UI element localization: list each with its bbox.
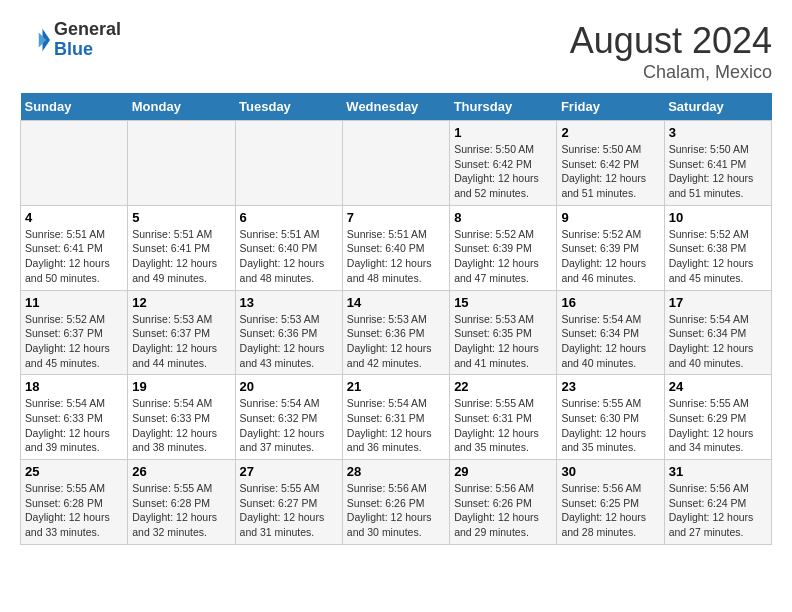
calendar-cell: 21Sunrise: 5:54 AM Sunset: 6:31 PM Dayli… [342, 375, 449, 460]
day-number: 9 [561, 210, 659, 225]
calendar-cell: 12Sunrise: 5:53 AM Sunset: 6:37 PM Dayli… [128, 290, 235, 375]
calendar-cell: 18Sunrise: 5:54 AM Sunset: 6:33 PM Dayli… [21, 375, 128, 460]
calendar-cell: 13Sunrise: 5:53 AM Sunset: 6:36 PM Dayli… [235, 290, 342, 375]
calendar-cell [235, 121, 342, 206]
day-number: 3 [669, 125, 767, 140]
calendar-cell: 17Sunrise: 5:54 AM Sunset: 6:34 PM Dayli… [664, 290, 771, 375]
logo-icon [20, 25, 50, 55]
day-info: Sunrise: 5:53 AM Sunset: 6:36 PM Dayligh… [347, 312, 445, 371]
day-number: 28 [347, 464, 445, 479]
day-info: Sunrise: 5:52 AM Sunset: 6:39 PM Dayligh… [561, 227, 659, 286]
day-number: 8 [454, 210, 552, 225]
day-number: 25 [25, 464, 123, 479]
day-number: 21 [347, 379, 445, 394]
day-info: Sunrise: 5:54 AM Sunset: 6:33 PM Dayligh… [25, 396, 123, 455]
day-info: Sunrise: 5:55 AM Sunset: 6:31 PM Dayligh… [454, 396, 552, 455]
weekday-header-wednesday: Wednesday [342, 93, 449, 121]
calendar-cell: 11Sunrise: 5:52 AM Sunset: 6:37 PM Dayli… [21, 290, 128, 375]
calendar-week-row: 1Sunrise: 5:50 AM Sunset: 6:42 PM Daylig… [21, 121, 772, 206]
calendar-cell: 24Sunrise: 5:55 AM Sunset: 6:29 PM Dayli… [664, 375, 771, 460]
day-info: Sunrise: 5:54 AM Sunset: 6:31 PM Dayligh… [347, 396, 445, 455]
day-number: 5 [132, 210, 230, 225]
calendar-cell: 22Sunrise: 5:55 AM Sunset: 6:31 PM Dayli… [450, 375, 557, 460]
calendar-subtitle: Chalam, Mexico [570, 62, 772, 83]
title-block: August 2024 Chalam, Mexico [570, 20, 772, 83]
day-info: Sunrise: 5:54 AM Sunset: 6:32 PM Dayligh… [240, 396, 338, 455]
day-number: 22 [454, 379, 552, 394]
day-number: 20 [240, 379, 338, 394]
day-info: Sunrise: 5:54 AM Sunset: 6:34 PM Dayligh… [561, 312, 659, 371]
day-number: 27 [240, 464, 338, 479]
day-info: Sunrise: 5:52 AM Sunset: 6:39 PM Dayligh… [454, 227, 552, 286]
calendar-cell: 19Sunrise: 5:54 AM Sunset: 6:33 PM Dayli… [128, 375, 235, 460]
day-number: 16 [561, 295, 659, 310]
calendar-cell: 7Sunrise: 5:51 AM Sunset: 6:40 PM Daylig… [342, 205, 449, 290]
page-header: General Blue August 2024 Chalam, Mexico [20, 20, 772, 83]
day-info: Sunrise: 5:56 AM Sunset: 6:26 PM Dayligh… [347, 481, 445, 540]
logo: General Blue [20, 20, 121, 60]
calendar-cell: 27Sunrise: 5:55 AM Sunset: 6:27 PM Dayli… [235, 460, 342, 545]
day-number: 14 [347, 295, 445, 310]
calendar-cell: 26Sunrise: 5:55 AM Sunset: 6:28 PM Dayli… [128, 460, 235, 545]
day-info: Sunrise: 5:54 AM Sunset: 6:34 PM Dayligh… [669, 312, 767, 371]
calendar-cell [21, 121, 128, 206]
calendar-table: SundayMondayTuesdayWednesdayThursdayFrid… [20, 93, 772, 545]
weekday-header-saturday: Saturday [664, 93, 771, 121]
day-info: Sunrise: 5:52 AM Sunset: 6:38 PM Dayligh… [669, 227, 767, 286]
day-info: Sunrise: 5:51 AM Sunset: 6:40 PM Dayligh… [347, 227, 445, 286]
day-info: Sunrise: 5:54 AM Sunset: 6:33 PM Dayligh… [132, 396, 230, 455]
day-number: 4 [25, 210, 123, 225]
day-number: 23 [561, 379, 659, 394]
calendar-cell: 25Sunrise: 5:55 AM Sunset: 6:28 PM Dayli… [21, 460, 128, 545]
day-info: Sunrise: 5:51 AM Sunset: 6:41 PM Dayligh… [132, 227, 230, 286]
calendar-cell: 23Sunrise: 5:55 AM Sunset: 6:30 PM Dayli… [557, 375, 664, 460]
day-info: Sunrise: 5:55 AM Sunset: 6:28 PM Dayligh… [25, 481, 123, 540]
calendar-cell: 29Sunrise: 5:56 AM Sunset: 6:26 PM Dayli… [450, 460, 557, 545]
day-info: Sunrise: 5:55 AM Sunset: 6:29 PM Dayligh… [669, 396, 767, 455]
logo-blue-text: Blue [54, 40, 121, 60]
calendar-cell: 14Sunrise: 5:53 AM Sunset: 6:36 PM Dayli… [342, 290, 449, 375]
calendar-week-row: 25Sunrise: 5:55 AM Sunset: 6:28 PM Dayli… [21, 460, 772, 545]
calendar-cell: 30Sunrise: 5:56 AM Sunset: 6:25 PM Dayli… [557, 460, 664, 545]
day-info: Sunrise: 5:56 AM Sunset: 6:24 PM Dayligh… [669, 481, 767, 540]
day-info: Sunrise: 5:50 AM Sunset: 6:41 PM Dayligh… [669, 142, 767, 201]
calendar-cell: 1Sunrise: 5:50 AM Sunset: 6:42 PM Daylig… [450, 121, 557, 206]
calendar-cell: 2Sunrise: 5:50 AM Sunset: 6:42 PM Daylig… [557, 121, 664, 206]
day-info: Sunrise: 5:55 AM Sunset: 6:28 PM Dayligh… [132, 481, 230, 540]
calendar-title: August 2024 [570, 20, 772, 62]
weekday-header-friday: Friday [557, 93, 664, 121]
day-info: Sunrise: 5:56 AM Sunset: 6:25 PM Dayligh… [561, 481, 659, 540]
calendar-cell [342, 121, 449, 206]
day-info: Sunrise: 5:53 AM Sunset: 6:37 PM Dayligh… [132, 312, 230, 371]
calendar-cell: 3Sunrise: 5:50 AM Sunset: 6:41 PM Daylig… [664, 121, 771, 206]
calendar-week-row: 11Sunrise: 5:52 AM Sunset: 6:37 PM Dayli… [21, 290, 772, 375]
calendar-cell: 6Sunrise: 5:51 AM Sunset: 6:40 PM Daylig… [235, 205, 342, 290]
calendar-week-row: 18Sunrise: 5:54 AM Sunset: 6:33 PM Dayli… [21, 375, 772, 460]
calendar-cell: 10Sunrise: 5:52 AM Sunset: 6:38 PM Dayli… [664, 205, 771, 290]
calendar-cell: 5Sunrise: 5:51 AM Sunset: 6:41 PM Daylig… [128, 205, 235, 290]
day-info: Sunrise: 5:51 AM Sunset: 6:40 PM Dayligh… [240, 227, 338, 286]
calendar-cell: 8Sunrise: 5:52 AM Sunset: 6:39 PM Daylig… [450, 205, 557, 290]
day-number: 7 [347, 210, 445, 225]
day-number: 17 [669, 295, 767, 310]
calendar-cell: 4Sunrise: 5:51 AM Sunset: 6:41 PM Daylig… [21, 205, 128, 290]
calendar-cell: 16Sunrise: 5:54 AM Sunset: 6:34 PM Dayli… [557, 290, 664, 375]
weekday-header-sunday: Sunday [21, 93, 128, 121]
day-number: 24 [669, 379, 767, 394]
day-info: Sunrise: 5:55 AM Sunset: 6:30 PM Dayligh… [561, 396, 659, 455]
logo-text: General Blue [54, 20, 121, 60]
day-info: Sunrise: 5:52 AM Sunset: 6:37 PM Dayligh… [25, 312, 123, 371]
day-info: Sunrise: 5:53 AM Sunset: 6:36 PM Dayligh… [240, 312, 338, 371]
calendar-cell [128, 121, 235, 206]
day-number: 30 [561, 464, 659, 479]
calendar-cell: 9Sunrise: 5:52 AM Sunset: 6:39 PM Daylig… [557, 205, 664, 290]
day-number: 26 [132, 464, 230, 479]
day-number: 1 [454, 125, 552, 140]
day-number: 13 [240, 295, 338, 310]
day-number: 18 [25, 379, 123, 394]
day-info: Sunrise: 5:50 AM Sunset: 6:42 PM Dayligh… [454, 142, 552, 201]
calendar-cell: 28Sunrise: 5:56 AM Sunset: 6:26 PM Dayli… [342, 460, 449, 545]
day-number: 12 [132, 295, 230, 310]
weekday-header-row: SundayMondayTuesdayWednesdayThursdayFrid… [21, 93, 772, 121]
calendar-cell: 20Sunrise: 5:54 AM Sunset: 6:32 PM Dayli… [235, 375, 342, 460]
